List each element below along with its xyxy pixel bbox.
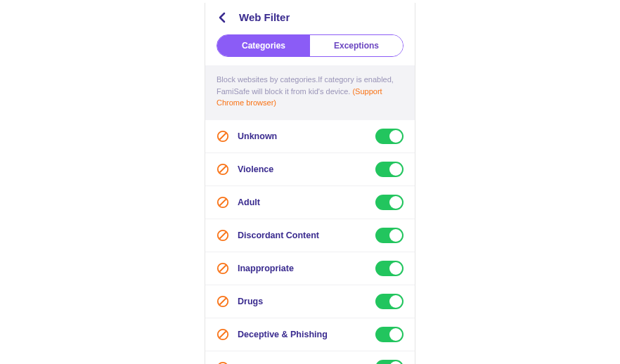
toggle-switch[interactable] (375, 129, 403, 144)
category-label: Deceptive & Phishing (238, 330, 367, 339)
prohibit-icon (217, 229, 229, 242)
list-item: Violence (205, 153, 415, 186)
category-label: Unknown (238, 131, 367, 141)
app-screen: Web Filter Categories Exceptions Block w… (205, 3, 415, 364)
prohibit-icon (217, 361, 229, 365)
category-label: Inappropriate (238, 264, 367, 273)
tab-container: Categories Exceptions (217, 34, 403, 57)
toggle-switch[interactable] (375, 162, 403, 177)
list-item: Inappropriate (205, 252, 415, 285)
back-icon[interactable] (217, 12, 228, 23)
list-item: Discordant Content (205, 219, 415, 252)
list-item: Weapons (205, 351, 415, 365)
toggle-switch[interactable] (375, 327, 403, 342)
svg-line-9 (220, 265, 226, 271)
info-box: Block websites by categories.If category… (205, 65, 415, 120)
page-title: Web Filter (239, 11, 290, 23)
list-item: Drugs (205, 285, 415, 318)
header: Web Filter (205, 3, 415, 32)
tab-categories[interactable]: Categories (217, 35, 310, 56)
svg-line-11 (220, 298, 226, 304)
svg-line-3 (220, 166, 226, 172)
toggle-switch[interactable] (375, 228, 403, 243)
toggle-switch[interactable] (375, 195, 403, 210)
prohibit-icon (217, 130, 229, 143)
prohibit-icon (217, 163, 229, 176)
prohibit-icon (217, 328, 229, 341)
svg-line-5 (220, 199, 226, 205)
toggle-switch[interactable] (375, 360, 403, 365)
category-label: Violence (238, 164, 367, 174)
toggle-switch[interactable] (375, 294, 403, 309)
category-label: Drugs (238, 297, 367, 306)
list-item: Unknown (205, 120, 415, 153)
toggle-switch[interactable] (375, 261, 403, 276)
prohibit-icon (217, 295, 229, 308)
tab-exceptions[interactable]: Exceptions (310, 35, 403, 56)
svg-line-7 (220, 232, 226, 238)
prohibit-icon (217, 262, 229, 275)
category-label: Adult (238, 197, 367, 207)
list-item: Deceptive & Phishing (205, 318, 415, 351)
svg-line-1 (220, 133, 226, 139)
svg-line-13 (220, 331, 226, 337)
list-item: Adult (205, 186, 415, 219)
category-label: Discordant Content (238, 230, 367, 240)
category-list: Unknown Violence Adult Discordant Conten… (205, 120, 415, 365)
prohibit-icon (217, 196, 229, 209)
